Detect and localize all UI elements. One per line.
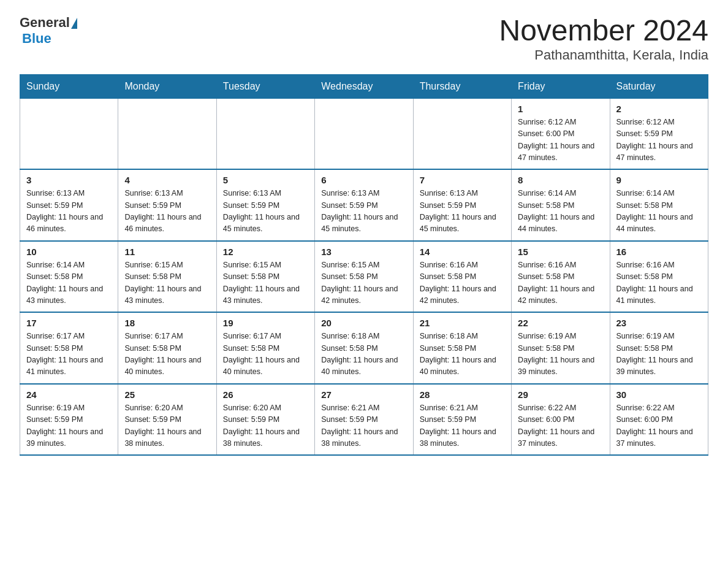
day-info: Sunrise: 6:14 AM Sunset: 5:58 PM Dayligh…: [616, 188, 702, 236]
calendar-cell: 7Sunrise: 6:13 AM Sunset: 5:59 PM Daylig…: [413, 169, 511, 241]
day-number: 26: [223, 389, 308, 400]
calendar-cell: 5Sunrise: 6:13 AM Sunset: 5:59 PM Daylig…: [216, 169, 314, 241]
weekday-header-saturday: Saturday: [610, 74, 708, 98]
day-info: Sunrise: 6:20 AM Sunset: 5:59 PM Dayligh…: [124, 402, 210, 450]
calendar-cell: [118, 98, 216, 169]
calendar-cell: 15Sunrise: 6:16 AM Sunset: 5:58 PM Dayli…: [512, 241, 610, 313]
calendar-cell: 17Sunrise: 6:17 AM Sunset: 5:58 PM Dayli…: [20, 312, 118, 384]
title-block: November 2024 Pathanamthitta, Kerala, In…: [499, 15, 708, 63]
day-info: Sunrise: 6:19 AM Sunset: 5:58 PM Dayligh…: [616, 331, 702, 378]
calendar-cell: 9Sunrise: 6:14 AM Sunset: 5:58 PM Daylig…: [610, 169, 708, 241]
day-info: Sunrise: 6:14 AM Sunset: 5:58 PM Dayligh…: [26, 259, 112, 307]
calendar-cell: 19Sunrise: 6:17 AM Sunset: 5:58 PM Dayli…: [216, 312, 314, 384]
calendar-cell: 6Sunrise: 6:13 AM Sunset: 5:59 PM Daylig…: [315, 169, 413, 241]
day-info: Sunrise: 6:17 AM Sunset: 5:58 PM Dayligh…: [26, 331, 112, 378]
calendar-cell: 10Sunrise: 6:14 AM Sunset: 5:58 PM Dayli…: [20, 241, 118, 313]
calendar-week-row: 3Sunrise: 6:13 AM Sunset: 5:59 PM Daylig…: [20, 169, 708, 241]
calendar-cell: 21Sunrise: 6:18 AM Sunset: 5:58 PM Dayli…: [413, 312, 511, 384]
day-info: Sunrise: 6:13 AM Sunset: 5:59 PM Dayligh…: [420, 188, 505, 236]
day-number: 22: [518, 318, 603, 328]
calendar-cell: 25Sunrise: 6:20 AM Sunset: 5:59 PM Dayli…: [118, 384, 216, 456]
day-number: 6: [321, 175, 406, 185]
day-number: 27: [321, 389, 406, 400]
day-info: Sunrise: 6:22 AM Sunset: 6:00 PM Dayligh…: [518, 402, 603, 450]
day-number: 30: [616, 389, 702, 400]
logo-blue-text: Blue: [22, 31, 51, 47]
calendar-cell: 16Sunrise: 6:16 AM Sunset: 5:58 PM Dayli…: [610, 241, 708, 313]
day-number: 18: [124, 318, 210, 328]
calendar-cell: 1Sunrise: 6:12 AM Sunset: 6:00 PM Daylig…: [512, 98, 610, 169]
day-number: 1: [518, 104, 603, 114]
day-info: Sunrise: 6:22 AM Sunset: 6:00 PM Dayligh…: [616, 402, 702, 450]
calendar-cell: 30Sunrise: 6:22 AM Sunset: 6:00 PM Dayli…: [610, 384, 708, 456]
calendar-cell: 26Sunrise: 6:20 AM Sunset: 5:59 PM Dayli…: [216, 384, 314, 456]
weekday-header-sunday: Sunday: [20, 74, 118, 98]
day-number: 25: [124, 389, 210, 400]
day-number: 16: [616, 247, 702, 257]
calendar-cell: 27Sunrise: 6:21 AM Sunset: 5:59 PM Dayli…: [315, 384, 413, 456]
weekday-header-row: SundayMondayTuesdayWednesdayThursdayFrid…: [20, 74, 708, 98]
calendar-header: SundayMondayTuesdayWednesdayThursdayFrid…: [20, 74, 708, 98]
day-info: Sunrise: 6:19 AM Sunset: 5:58 PM Dayligh…: [518, 331, 603, 378]
day-number: 9: [616, 175, 702, 185]
day-info: Sunrise: 6:20 AM Sunset: 5:59 PM Dayligh…: [223, 402, 308, 450]
day-number: 5: [223, 175, 308, 185]
day-number: 15: [518, 247, 603, 257]
calendar-week-row: 24Sunrise: 6:19 AM Sunset: 5:59 PM Dayli…: [20, 384, 708, 456]
calendar-cell: 20Sunrise: 6:18 AM Sunset: 5:58 PM Dayli…: [315, 312, 413, 384]
calendar-cell: 23Sunrise: 6:19 AM Sunset: 5:58 PM Dayli…: [610, 312, 708, 384]
day-number: 28: [420, 389, 505, 400]
day-info: Sunrise: 6:17 AM Sunset: 5:58 PM Dayligh…: [124, 331, 210, 378]
day-number: 4: [124, 175, 210, 185]
day-number: 8: [518, 175, 603, 185]
calendar-cell: 12Sunrise: 6:15 AM Sunset: 5:58 PM Dayli…: [216, 241, 314, 313]
calendar-body: 1Sunrise: 6:12 AM Sunset: 6:00 PM Daylig…: [20, 98, 708, 455]
page-title: November 2024: [499, 15, 708, 47]
calendar-cell: 18Sunrise: 6:17 AM Sunset: 5:58 PM Dayli…: [118, 312, 216, 384]
calendar-cell: 3Sunrise: 6:13 AM Sunset: 5:59 PM Daylig…: [20, 169, 118, 241]
day-number: 21: [420, 318, 505, 328]
weekday-header-friday: Friday: [512, 74, 610, 98]
calendar-cell: [413, 98, 511, 169]
weekday-header-thursday: Thursday: [413, 74, 511, 98]
day-number: 7: [420, 175, 505, 185]
day-number: 13: [321, 247, 406, 257]
day-number: 19: [223, 318, 308, 328]
page-subtitle: Pathanamthitta, Kerala, India: [499, 47, 708, 63]
weekday-header-monday: Monday: [118, 74, 216, 98]
calendar-cell: 8Sunrise: 6:14 AM Sunset: 5:58 PM Daylig…: [512, 169, 610, 241]
weekday-header-tuesday: Tuesday: [216, 74, 314, 98]
day-info: Sunrise: 6:21 AM Sunset: 5:59 PM Dayligh…: [420, 402, 505, 450]
day-number: 14: [420, 247, 505, 257]
day-info: Sunrise: 6:13 AM Sunset: 5:59 PM Dayligh…: [124, 188, 210, 236]
calendar-week-row: 10Sunrise: 6:14 AM Sunset: 5:58 PM Dayli…: [20, 241, 708, 313]
calendar-cell: [216, 98, 314, 169]
day-number: 2: [616, 104, 702, 114]
calendar-cell: 29Sunrise: 6:22 AM Sunset: 6:00 PM Dayli…: [512, 384, 610, 456]
day-info: Sunrise: 6:12 AM Sunset: 5:59 PM Dayligh…: [616, 117, 702, 164]
day-info: Sunrise: 6:15 AM Sunset: 5:58 PM Dayligh…: [124, 259, 210, 307]
calendar-week-row: 1Sunrise: 6:12 AM Sunset: 6:00 PM Daylig…: [20, 98, 708, 169]
day-info: Sunrise: 6:13 AM Sunset: 5:59 PM Dayligh…: [321, 188, 406, 236]
day-number: 10: [26, 247, 112, 257]
calendar-cell: 13Sunrise: 6:15 AM Sunset: 5:58 PM Dayli…: [315, 241, 413, 313]
calendar-table: SundayMondayTuesdayWednesdayThursdayFrid…: [20, 74, 708, 456]
weekday-header-wednesday: Wednesday: [315, 74, 413, 98]
day-info: Sunrise: 6:15 AM Sunset: 5:58 PM Dayligh…: [321, 259, 406, 307]
day-number: 23: [616, 318, 702, 328]
calendar-cell: 11Sunrise: 6:15 AM Sunset: 5:58 PM Dayli…: [118, 241, 216, 313]
day-number: 29: [518, 389, 603, 400]
day-number: 12: [223, 247, 308, 257]
day-info: Sunrise: 6:13 AM Sunset: 5:59 PM Dayligh…: [26, 188, 112, 236]
day-info: Sunrise: 6:16 AM Sunset: 5:58 PM Dayligh…: [518, 259, 603, 307]
day-number: 20: [321, 318, 406, 328]
calendar-cell: [20, 98, 118, 169]
calendar-cell: 24Sunrise: 6:19 AM Sunset: 5:59 PM Dayli…: [20, 384, 118, 456]
calendar-cell: 22Sunrise: 6:19 AM Sunset: 5:58 PM Dayli…: [512, 312, 610, 384]
day-info: Sunrise: 6:18 AM Sunset: 5:58 PM Dayligh…: [321, 331, 406, 378]
logo-triangle-icon: [71, 18, 77, 29]
calendar-cell: 2Sunrise: 6:12 AM Sunset: 5:59 PM Daylig…: [610, 98, 708, 169]
calendar-week-row: 17Sunrise: 6:17 AM Sunset: 5:58 PM Dayli…: [20, 312, 708, 384]
calendar-cell: 14Sunrise: 6:16 AM Sunset: 5:58 PM Dayli…: [413, 241, 511, 313]
day-info: Sunrise: 6:21 AM Sunset: 5:59 PM Dayligh…: [321, 402, 406, 450]
